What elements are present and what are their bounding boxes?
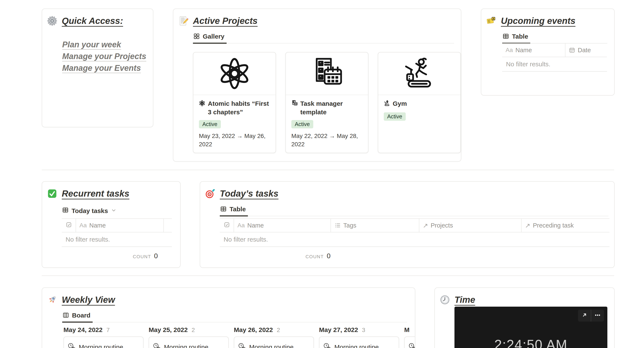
more-button[interactable] (591, 310, 604, 321)
section-divider (42, 275, 614, 276)
board-column: May 25, 2022 2 Morning routine (149, 326, 229, 348)
more-icon (594, 312, 601, 319)
morning-routine-icon (408, 343, 415, 348)
project-card-task-manager[interactable]: Task manager template Active May 22, 202… (285, 52, 368, 153)
recurrent-tasks-table: Aa Name No filter results. (62, 218, 172, 247)
task-card-label: Morning routine (79, 343, 123, 348)
column-header-name[interactable]: Aa Name (502, 44, 565, 57)
calendar-icon (569, 47, 575, 53)
board-column-date: May 27, 2022 (319, 326, 358, 333)
quick-access-links: Plan your week Manage your Projects Mana… (62, 40, 146, 73)
rocket-icon (47, 295, 57, 305)
column-header-name[interactable]: Aa Name (76, 219, 163, 232)
tab-table-label: Table (230, 206, 246, 213)
todays-tasks-tabbar: Table (220, 206, 608, 216)
board-column-count: 7 (106, 327, 110, 333)
task-card-morning-routine[interactable]: Morning routine (319, 336, 399, 348)
upcoming-events-card: A Upcoming events Table Aa Name (481, 9, 614, 96)
weekly-view-tabbar: Board (62, 312, 407, 322)
view-selector[interactable]: Today tasks (62, 207, 116, 215)
count-label: COUNT (133, 254, 151, 260)
recurrent-tasks-header: Recurrent tasks (47, 189, 129, 199)
recurrent-tasks-title[interactable]: Recurrent tasks (62, 189, 129, 199)
project-card-atomic-habits[interactable]: Atomic habits “First 3 chapters” Active … (193, 52, 276, 153)
active-projects-tabbar: Gallery (193, 33, 454, 44)
column-header-preceding-task[interactable]: ↗ Preceding task (521, 219, 610, 232)
section-divider (42, 170, 614, 170)
status-badge: Active (199, 120, 221, 128)
column-label: Tags (343, 222, 356, 229)
task-card-morning-routine[interactable]: Morning routine (149, 336, 229, 348)
weekly-view-title[interactable]: Weekly View (62, 295, 115, 305)
task-card-morning-routine[interactable]: Morning routine (64, 336, 144, 348)
project-card-gym[interactable]: Gym Active (378, 52, 461, 153)
active-projects-title[interactable]: Active Projects (193, 16, 258, 26)
todays-tasks-header: Today’s tasks (205, 189, 278, 199)
count-value: 0 (327, 252, 330, 260)
text-property-icon: Aa (80, 222, 87, 229)
board-column-count: 3 (362, 327, 365, 333)
time-title[interactable]: Time (454, 295, 475, 305)
tab-board[interactable]: Board (62, 312, 93, 323)
tab-table[interactable]: Table (502, 33, 530, 44)
chevron-down-icon (111, 207, 116, 215)
column-header-name[interactable]: Aa Name (234, 219, 330, 232)
column-header-checkbox[interactable] (220, 219, 234, 232)
count-control[interactable]: COUNT 0 (62, 252, 163, 260)
tab-table[interactable]: Table (220, 206, 248, 216)
board-column-count: 2 (277, 327, 280, 333)
todays-tasks-title[interactable]: Today’s tasks (220, 189, 278, 199)
column-header-checkbox[interactable] (62, 219, 76, 232)
table-header-row: Aa Name Tags ↗ Projects (220, 218, 610, 232)
link-plan-your-week[interactable]: Plan your week (62, 40, 146, 49)
upcoming-events-title[interactable]: Upcoming events (501, 16, 576, 26)
task-card-label: Morning routine (249, 343, 294, 348)
column-header-projects[interactable]: ↗ Projects (419, 219, 521, 232)
weekly-view-card: Weekly View Board May 24, 2022 7 (42, 287, 415, 348)
empty-state-text: No filter results. (502, 57, 607, 72)
upcoming-events-tabbar: Table (502, 33, 607, 44)
embed-controls (578, 310, 604, 321)
empty-state-text: No filter results. (62, 232, 172, 247)
quick-access-card: Quick Access: Plan your week Manage your… (42, 9, 153, 127)
project-dates: May 22, 2022 → May 28, 2022 (291, 132, 362, 148)
clock-embed[interactable]: 2:24:50 AM (454, 307, 607, 348)
column-header-tags[interactable]: Tags (330, 219, 419, 232)
project-cover (378, 53, 460, 95)
link-manage-your-events[interactable]: Manage your Events (62, 64, 146, 73)
time-header: Time (440, 295, 475, 305)
board-column-date: May 25, 2022 (149, 326, 188, 333)
column-header-date[interactable]: Date (565, 44, 607, 57)
recurrent-tasks-card: Recurrent tasks Today tasks (42, 181, 180, 268)
tab-gallery[interactable]: Gallery (193, 33, 226, 44)
tickets-icon: A (486, 16, 496, 26)
morning-routine-icon (153, 343, 160, 348)
check-icon (47, 189, 57, 199)
clock-time-display: 2:24:50 AM (454, 337, 607, 348)
board-column-date: M (404, 326, 410, 333)
project-title: Gym (393, 99, 407, 109)
expand-button[interactable] (578, 310, 591, 321)
tab-board-label: Board (72, 312, 90, 319)
column-label: Date (578, 47, 591, 54)
svg-text:A: A (492, 18, 494, 20)
task-card-morning-routine[interactable] (404, 336, 415, 348)
dartboard-icon (205, 189, 215, 199)
board-column: May 24, 2022 7 Morning routine (64, 326, 144, 348)
table-header-row: Aa Name Date (502, 43, 607, 57)
todays-tasks-card: Today’s tasks Table (200, 181, 614, 268)
text-property-icon: Aa (238, 222, 245, 229)
project-card-body: Task manager template Active May 22, 202… (286, 95, 368, 153)
board-column-count: 2 (192, 327, 195, 333)
task-card-morning-routine[interactable]: Morning routine (234, 336, 314, 348)
project-cover (193, 53, 276, 95)
board-column-date: May 24, 2022 (64, 326, 102, 333)
link-manage-your-projects[interactable]: Manage your Projects (62, 52, 146, 61)
quick-access-title[interactable]: Quick Access: (62, 16, 123, 26)
time-card: Time 2:2 (434, 287, 614, 348)
task-card-label: Morning routine (334, 343, 379, 348)
active-projects-header: Active Projects (178, 16, 258, 26)
project-title: Atomic habits “First 3 chapters” (208, 99, 270, 116)
clock-icon (440, 295, 450, 305)
count-control[interactable]: COUNT 0 (234, 252, 336, 260)
